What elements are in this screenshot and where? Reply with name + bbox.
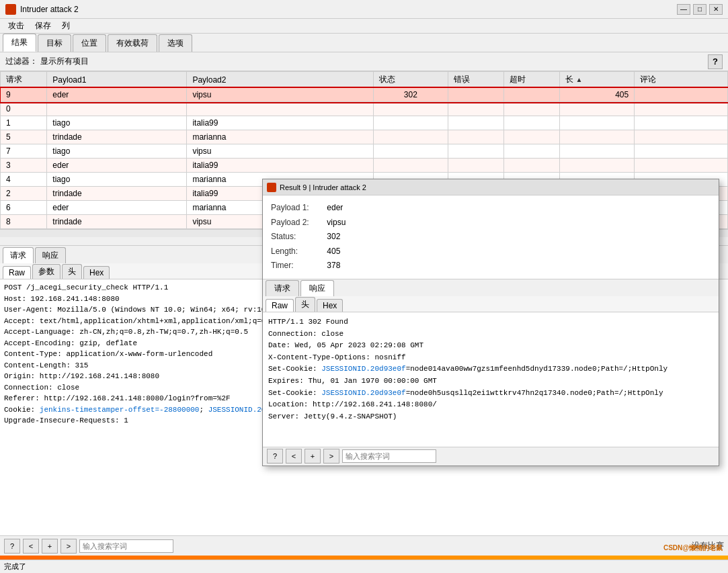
sub-tab-raw[interactable]: Raw bbox=[3, 266, 31, 279]
title-bar: Intruder attack 2 — □ ✕ bbox=[0, 0, 728, 19]
popup-tab-request[interactable]: 请求 bbox=[266, 280, 299, 296]
table-cell bbox=[504, 102, 560, 116]
table-cell: trindade bbox=[47, 187, 187, 201]
table-cell bbox=[635, 116, 728, 130]
table-header-row: 请求 Payload1 Payload2 状态 错误 超时 长 ▲ 评论 bbox=[1, 72, 728, 88]
table-row[interactable]: 0 bbox=[1, 102, 728, 116]
table-cell bbox=[560, 102, 635, 116]
table-cell: trindade bbox=[47, 130, 187, 144]
table-cell bbox=[373, 159, 448, 173]
table-cell bbox=[187, 102, 373, 116]
table-cell: eder bbox=[47, 88, 187, 102]
popup-search-input[interactable] bbox=[342, 449, 436, 463]
sub-tab-params[interactable]: 参数 bbox=[32, 264, 60, 279]
menu-attack[interactable]: 攻击 bbox=[3, 19, 30, 33]
col-header-p1[interactable]: Payload1 bbox=[47, 72, 187, 88]
table-cell bbox=[635, 144, 728, 159]
popup-next-button[interactable]: > bbox=[323, 449, 339, 464]
menu-save[interactable]: 保存 bbox=[30, 19, 56, 33]
table-cell: italia99 bbox=[187, 159, 373, 173]
menu-columns[interactable]: 列 bbox=[56, 19, 75, 33]
sub-tab-headers[interactable]: 头 bbox=[62, 264, 82, 279]
tab-position[interactable]: 位置 bbox=[73, 34, 106, 52]
table-cell: eder bbox=[47, 159, 187, 173]
table-cell: eder bbox=[47, 201, 187, 215]
col-header-error[interactable]: 错误 bbox=[448, 72, 503, 88]
table-cell: 7 bbox=[1, 144, 47, 159]
popup-help-button[interactable]: ? bbox=[267, 449, 283, 464]
table-cell bbox=[448, 144, 503, 159]
watermark: CSDN@懒惰的老鼠 bbox=[663, 543, 723, 553]
prev-button[interactable]: < bbox=[23, 539, 39, 554]
add-button[interactable]: + bbox=[42, 539, 58, 554]
table-cell bbox=[373, 116, 448, 130]
close-button[interactable]: ✕ bbox=[709, 4, 723, 15]
popup-sub-tab-raw[interactable]: Raw bbox=[266, 299, 294, 312]
popup-info-section: Payload 1: eder Payload 2: vipsu Status:… bbox=[263, 195, 719, 279]
table-cell: 302 bbox=[373, 88, 448, 102]
menu-bar: 攻击 保存 列 bbox=[0, 19, 728, 34]
popup-panel-tabs: 请求 响应 bbox=[263, 279, 719, 296]
help-nav-button[interactable]: ? bbox=[4, 539, 20, 554]
table-cell: 4 bbox=[1, 173, 47, 187]
tab-payload[interactable]: 有效载荷 bbox=[108, 34, 157, 52]
sub-tab-hex[interactable]: Hex bbox=[83, 266, 110, 279]
tab-results[interactable]: 结果 bbox=[3, 34, 36, 52]
col-header-timeout[interactable]: 超时 bbox=[504, 72, 560, 88]
table-cell bbox=[635, 159, 728, 173]
col-header-p2[interactable]: Payload2 bbox=[187, 72, 373, 88]
table-cell: italia99 bbox=[187, 116, 373, 130]
popup-title-bar: Result 9 | Intruder attack 2 bbox=[263, 179, 719, 195]
col-header-comment[interactable]: 评论 bbox=[635, 72, 728, 88]
tab-target[interactable]: 目标 bbox=[38, 34, 71, 52]
table-cell bbox=[448, 102, 503, 116]
table-row[interactable]: 1tiagoitalia99 bbox=[1, 116, 728, 130]
table-row[interactable]: 3ederitalia99 bbox=[1, 159, 728, 173]
popup-prev-button[interactable]: < bbox=[286, 449, 302, 464]
minimize-button[interactable]: — bbox=[677, 4, 690, 15]
panel-tab-request[interactable]: 请求 bbox=[3, 247, 34, 263]
col-header-status[interactable]: 状态 bbox=[373, 72, 448, 88]
table-cell bbox=[560, 159, 635, 173]
resp-line-5: Set-Cookie: JSESSIONID.20d93e0f=node014a… bbox=[268, 363, 713, 376]
col-header-req[interactable]: 请求 bbox=[1, 72, 47, 88]
panel-tab-response[interactable]: 响应 bbox=[35, 247, 66, 263]
popup-timer-row: Timer: 378 bbox=[271, 259, 711, 273]
popup-length-label: Length: bbox=[271, 245, 325, 259]
popup-add-button[interactable]: + bbox=[305, 449, 321, 464]
table-cell: vipsu bbox=[187, 144, 373, 159]
popup-response-content: HTTP/1.1 302 Found Connection: close Dat… bbox=[263, 312, 719, 447]
popup-payload1-row: Payload 1: eder bbox=[271, 201, 711, 216]
table-cell bbox=[504, 144, 560, 159]
table-cell: 6 bbox=[1, 201, 47, 215]
popup-tab-response[interactable]: 响应 bbox=[300, 280, 334, 296]
cookie-value-1: jenkins-timestamper-offset=-28800000 bbox=[40, 406, 200, 414]
popup-sub-tab-hex[interactable]: Hex bbox=[317, 299, 343, 312]
popup-sub-tab-headers[interactable]: 头 bbox=[295, 297, 315, 312]
resp-line-8: Location: http://192.168.241.148:8080/ bbox=[268, 399, 713, 411]
table-row[interactable]: 9edervipsu302405 bbox=[1, 88, 728, 102]
popup-sub-tabs: Raw 头 Hex bbox=[263, 296, 719, 312]
filter-bar: 过滤器： 显示所有项目 ? bbox=[0, 52, 728, 71]
tab-options[interactable]: 选项 bbox=[159, 34, 192, 52]
popup-status-label: Status: bbox=[271, 230, 325, 245]
table-row[interactable]: 7tiagovipsu bbox=[1, 144, 728, 159]
table-cell: 3 bbox=[1, 159, 47, 173]
popup-payload2-value: vipsu bbox=[327, 218, 346, 227]
app-icon bbox=[5, 4, 16, 15]
popup-timer-label: Timer: bbox=[271, 259, 325, 273]
search-input[interactable] bbox=[79, 539, 173, 553]
popup-payload2-row: Payload 2: vipsu bbox=[271, 216, 711, 230]
table-cell bbox=[448, 159, 503, 173]
table-row[interactable]: 5trindademarianna bbox=[1, 130, 728, 144]
next-button[interactable]: > bbox=[60, 539, 77, 554]
popup-result-detail: Result 9 | Intruder attack 2 Payload 1: … bbox=[262, 179, 719, 466]
maximize-button[interactable]: □ bbox=[693, 4, 706, 15]
help-button[interactable]: ? bbox=[708, 54, 723, 69]
status-bar: 完成了 bbox=[0, 560, 728, 573]
table-cell bbox=[504, 130, 560, 144]
window-title: Intruder attack 2 bbox=[20, 5, 677, 14]
col-header-length[interactable]: 长 ▲ bbox=[560, 72, 635, 88]
filter-label: 过滤器： bbox=[5, 56, 38, 67]
table-cell: vipsu bbox=[187, 88, 373, 102]
